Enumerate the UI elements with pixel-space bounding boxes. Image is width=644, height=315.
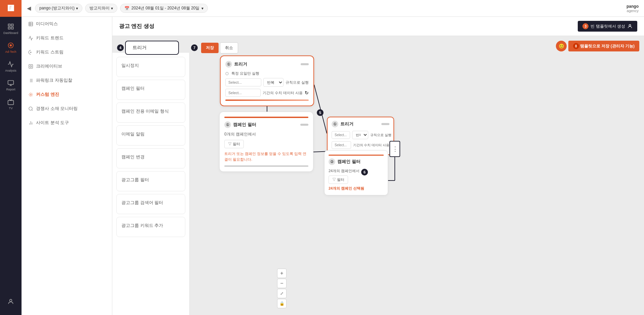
svg-point-17 [30,66,32,67]
sidebar-item-dashboard[interactable]: Dashboard [0,19,22,38]
refresh-icon[interactable]: ↻ [305,90,309,95]
trigger2-drag-handle [381,123,389,125]
connector-dots: ⋮ [392,145,397,153]
trigger-input-box[interactable]: 트리거 [125,41,179,55]
svg-point-24 [30,94,32,95]
item-adgroup-filter[interactable]: 광고그룹 필터 [116,171,185,191]
sidebar-item-tv[interactable]: TV [0,95,22,114]
zoom-out-button[interactable]: − [277,279,287,288]
filter-error-text: 트리거 또는 캠페인 정보를 얻을 수 있도록 입력 연결이 필요합니다. [224,151,308,162]
main-container: ◀ pango (방고지와이) ▾ 방고지와이 ▾ 📅 2024년 08월 01… [22,0,644,315]
template-badge: 3 [582,23,589,29]
radio-dot [225,72,229,75]
campaign2-top-bar [329,155,384,156]
step-badge-7: 7 [191,44,198,51]
trigger2-select-1[interactable]: Select... [332,131,350,139]
node-campaign-filter-2: ② 캠페인 필터 24개의 캠페인에서 ▽ 필터 24개의 캠페인 선택됨 [324,150,388,195]
campaign-top-bar [224,117,308,118]
item-campaign-filter[interactable]: 캠페인 필터 [116,80,185,100]
sidebar-item-creative[interactable]: 크리에이티브 [22,59,112,73]
topbar: ◀ pango (방고지와이) ▾ 방고지와이 ▾ 📅 2024년 08월 01… [22,0,644,17]
node-trigger-main: ① 트리거 특정 요일만 실행 Select... 반복 [220,55,314,106]
breadcrumb-bangoji[interactable]: 방고지와이 ▾ [85,4,117,13]
svg-line-26 [32,110,33,111]
svg-point-30 [629,25,631,26]
trigger-bottom-bar [225,100,309,101]
connector-box: ⋮ [389,141,400,157]
trigger-select-2[interactable]: 반복 [263,78,283,87]
campaign2-subtitle: 24개의 캠페인에서 [329,168,384,173]
item-adgroup-search-filter[interactable]: 광고그룹 검색어 필터 [116,194,185,214]
trigger2-select-2[interactable]: 반복 [352,131,368,139]
sidebar-label-dashboard: Dashboard [3,31,18,35]
item-campaign-email[interactable]: 캠페인 전용 이메일 형식 [116,103,185,123]
lock-button[interactable]: 🔒 [277,299,287,308]
sidebar-item-site-analysis[interactable]: 사이트 분석 도구 [22,116,112,130]
node-trigger-secondary: ① 트리거 Select... 반복 규칙으로 실행 [327,117,394,155]
item-adgroup-keyword-add[interactable]: 광고그룹 키워드 추가 [116,217,185,237]
svg-rect-6 [8,81,14,85]
item-panel: 일시정지 캠페인 필터 캠페인 전용 이메일 형식 이메일 알림 캠페인 변경 [112,53,190,315]
sidebar-label-adtech: Ad-Tech [5,50,16,53]
sidebar-item-profile[interactable] [0,292,22,311]
trigger-select-3[interactable]: Select... [225,89,261,97]
sidebar-label-analysis: Analysis [5,69,16,72]
trigger-node-num: ① [225,61,232,68]
drag-handle [301,63,309,65]
breadcrumb: pango (방고지와이) ▾ 방고지와이 ▾ 📅 2024년 08월 01일 … [35,4,208,13]
sidebar-label-report: Report [6,88,15,91]
svg-point-5 [10,45,12,46]
step-badge-6: 6 [361,169,368,175]
item-email-alert[interactable]: 이메일 알림 [116,125,185,146]
filter-button-1[interactable]: ▽ 필터 [224,140,244,148]
campaign-subtitle: 0개의 캠페인에서 [224,131,308,137]
page-title: 광고 엔진 생성 [119,23,154,30]
sidebar-item-keyword-trend[interactable]: 키워드 트렌드 [22,31,112,45]
step-badge-4: 4 [117,44,124,51]
template-button[interactable]: 3 빈 탬플릿에서 생성 [578,21,637,32]
campaign2-node-title: 캠페인 필터 [337,159,361,165]
sidebar-item-competitor[interactable]: 경쟁사 소재 모니터링 [22,102,112,116]
sidebar-label-tv: TV [9,107,13,110]
topbar-right: pango agency [627,4,639,13]
canvas-wrapper: 8 탬플릿으로 저장 (관리자 기능) 😊 4 트리거 7 저장 취소 [112,36,644,315]
svg-point-10 [10,299,12,302]
sidebar-toggle[interactable]: ◀ [27,5,31,11]
date-range-picker[interactable]: 📅 2024년 08월 01일 - 2024년 08월 20일 ▾ [120,4,208,13]
trigger2-node-title: 트리거 [340,121,353,127]
item-campaign-change[interactable]: 캠페인 변경 [116,148,185,168]
filter-button-2[interactable]: ▽ 필터 [329,175,348,184]
cancel-button[interactable]: 취소 [220,42,238,53]
svg-rect-2 [8,27,10,29]
svg-rect-0 [8,24,10,26]
sidebar-item-powerlink[interactable]: 파워링크 자동입찰 [22,73,112,87]
content-area: 미디어믹스 키워드 트렌드 키워드 스트림 크리에이티브 파워링크 자동입찰 커… [22,17,644,315]
save-template-button[interactable]: 8 탬플릿으로 저장 (관리자 기능) [568,41,639,51]
avatar-icon[interactable]: 😊 [556,41,567,51]
sidebar-item-keyword-stream[interactable]: 키워드 스트림 [22,45,112,59]
user-circle-icon [627,24,633,29]
item-pause[interactable]: 일시정지 [116,57,185,77]
sidebar-item-media-mix[interactable]: 미디어믹스 [22,17,112,31]
zoom-in-button[interactable]: + [277,269,287,278]
app-logo: 🅿 [0,0,22,17]
node-campaign-filter-1: ① 캠페인 필터 0개의 캠페인에서 ▽ 필터 트리거 또는 캠페인 정보를 얻… [219,112,313,172]
trigger-select-1[interactable]: Select... [225,78,261,86]
trigger-node-title: 트리거 [234,61,247,67]
header-actions: 3 빈 탬플릿에서 생성 [578,21,637,32]
save-template-badge: 8 [573,43,579,49]
campaign2-count: 24개의 캠페인 선택됨 [329,186,384,191]
save-button[interactable]: 저장 [201,43,219,53]
svg-rect-16 [29,64,33,68]
sidebar-item-report[interactable]: Report [0,76,22,95]
main-content: 광고 엔진 생성 3 빈 탬플릿에서 생성 8 탬플릿으로 저장 (관리자 기능… [112,17,644,315]
sidebar-item-adtech[interactable]: Ad-Tech [0,38,22,57]
user-info: pango agency [627,4,639,13]
svg-rect-1 [11,24,13,26]
trigger2-select-3[interactable]: Select... [332,141,351,149]
fit-screen-button[interactable]: ⤢ [277,289,287,298]
sidebar-item-analysis[interactable]: Analysis [0,57,22,76]
sidebar-item-custom-engine[interactable]: 커스텀 엔진 [22,87,112,102]
breadcrumb-pango[interactable]: pango (방고지와이) ▾ [35,4,82,13]
svg-rect-3 [11,27,13,29]
